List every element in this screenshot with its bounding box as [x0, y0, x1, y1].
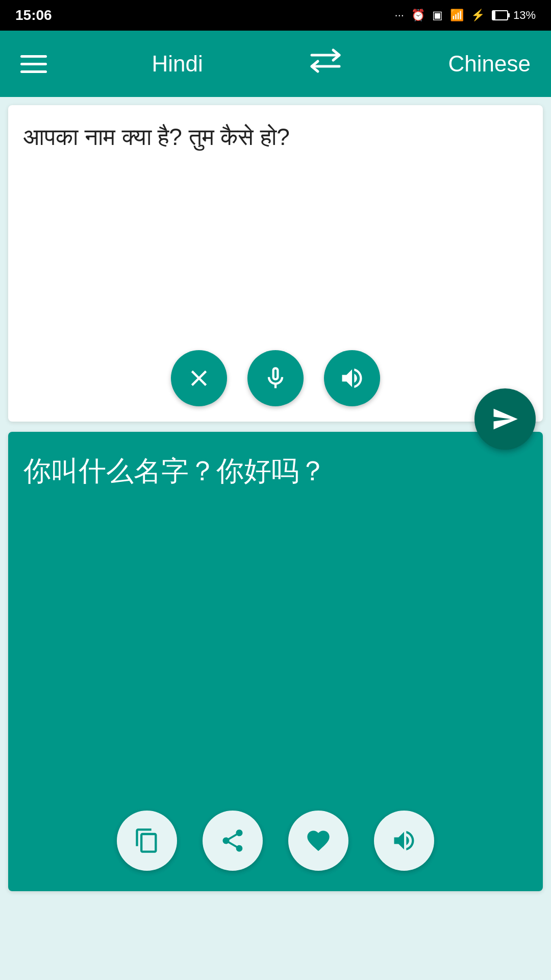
share-button[interactable]: [203, 811, 263, 871]
source-actions: [8, 350, 543, 406]
charging-icon: ⚡: [471, 9, 485, 22]
source-panel: आपका नाम क्या है? तुम कैसे हो?: [8, 105, 543, 422]
source-language-button[interactable]: Hindi: [152, 51, 203, 77]
heart-icon: [305, 827, 332, 854]
volume-icon: [339, 365, 365, 391]
speak-translation-button[interactable]: [374, 811, 434, 871]
translation-actions: [8, 811, 543, 871]
status-icons: ··· ⏰ ▣ 📶 ⚡ 13%: [395, 9, 536, 22]
close-icon: [186, 365, 212, 391]
speak-source-button[interactable]: [324, 350, 380, 406]
source-wrapper: आपका नाम क्या है? तुम कैसे हो?: [0, 105, 551, 422]
volume-translation-icon: [391, 827, 417, 854]
status-time: 15:06: [15, 7, 52, 23]
source-text[interactable]: आपका नाम क्या है? तुम कैसे हो?: [23, 120, 528, 153]
copy-icon: [134, 827, 160, 854]
translation-text: 你叫什么名字？你好吗？: [23, 450, 528, 492]
target-language-button[interactable]: Chinese: [448, 51, 531, 77]
sim-icon: ▣: [432, 9, 443, 22]
swap-languages-button[interactable]: [308, 48, 343, 80]
favorite-button[interactable]: [288, 811, 348, 871]
dots-icon: ···: [395, 9, 404, 22]
battery-pct: 13%: [513, 9, 536, 22]
menu-button[interactable]: [20, 55, 47, 73]
svg-rect-1: [508, 13, 510, 17]
clear-button[interactable]: [171, 350, 227, 406]
translate-button[interactable]: [474, 388, 536, 450]
svg-rect-2: [493, 11, 495, 19]
app-header: Hindi Chinese: [0, 31, 551, 97]
microphone-button[interactable]: [247, 350, 304, 406]
status-bar: 15:06 ··· ⏰ ▣ 📶 ⚡ 13%: [0, 0, 551, 31]
send-icon: [491, 405, 519, 433]
microphone-icon: [262, 365, 289, 391]
alarm-icon: ⏰: [411, 9, 425, 22]
share-icon: [219, 827, 246, 854]
copy-button[interactable]: [117, 811, 177, 871]
translation-panel: 你叫什么名字？你好吗？: [8, 432, 543, 891]
signal-icon: 📶: [450, 9, 464, 22]
battery-icon: 13%: [492, 9, 536, 22]
swap-icon: [308, 48, 343, 74]
